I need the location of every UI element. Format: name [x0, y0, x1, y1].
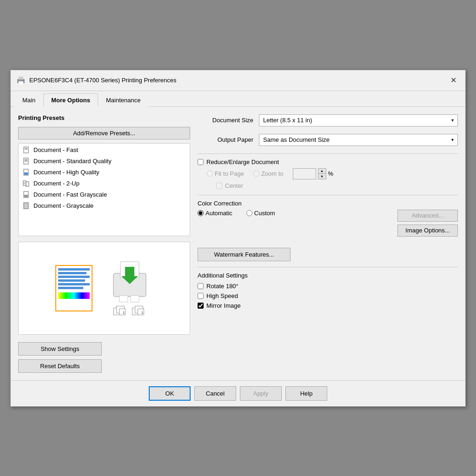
presets-list[interactable]: Document - Fast Document - Standard Qual…	[18, 143, 190, 236]
svg-rect-23	[131, 296, 139, 302]
document-high-icon	[22, 168, 31, 177]
zoom-percent-label: %	[328, 170, 334, 177]
title-bar-left: EPSONE6F3C4 (ET-4700 Series) Printing Pr…	[16, 76, 176, 85]
document-gray-icon	[22, 202, 31, 210]
watermark-features-button[interactable]: Watermark Features...	[198, 248, 291, 261]
high-speed-checkbox[interactable]	[198, 293, 204, 299]
printer-preview: 3 2 1 3 2 1	[106, 259, 153, 317]
list-item[interactable]: Document - High Quality	[20, 167, 189, 178]
document-size-arrow: ▾	[451, 118, 454, 123]
window-title: EPSONE6F3C4 (ET-4700 Series) Printing Pr…	[29, 77, 176, 84]
ok-button[interactable]: OK	[149, 386, 191, 401]
zoom-to-option: Zoom to	[253, 170, 284, 177]
color-correction-buttons: Advanced... Image Options...	[397, 210, 458, 237]
list-item[interactable]: Document - Grayscale	[20, 200, 189, 212]
add-remove-presets-button[interactable]: Add/Remove Presets...	[18, 127, 190, 139]
svg-rect-1	[19, 77, 23, 79]
rotate-label: Rotate 180°	[206, 283, 238, 290]
center-row: Center	[216, 182, 458, 189]
preset-label: Document - 2-Up	[33, 180, 79, 187]
additional-settings-section: Additional Settings Rotate 180° High Spe…	[198, 267, 458, 312]
footer: OK Cancel Apply Help	[11, 380, 465, 406]
document-size-row: Document Size Letter (8.5 x 11 in) ▾	[198, 114, 458, 126]
cancel-button[interactable]: Cancel	[194, 386, 236, 401]
center-label: Center	[225, 182, 243, 189]
preset-label: Document - Fast Grayscale	[33, 191, 107, 198]
svg-rect-22	[119, 296, 128, 302]
color-correction-radios: Automatic Custom	[198, 210, 397, 217]
preset-label: Document - Fast	[33, 146, 78, 153]
tabs-bar: Main More Options Maintenance	[11, 91, 465, 107]
zoom-to-radio[interactable]	[253, 171, 259, 177]
fit-to-page-label: Fit to Page	[215, 170, 244, 177]
apply-button[interactable]: Apply	[240, 386, 282, 401]
printing-presets-title: Printing Presets	[18, 114, 190, 121]
title-bar: EPSONE6F3C4 (ET-4700 Series) Printing Pr…	[11, 70, 465, 91]
reduce-enlarge-section: Reduce/Enlarge Document Fit to Page Zoom…	[198, 153, 458, 189]
high-speed-row: High Speed	[198, 292, 458, 299]
document-fast-icon	[22, 146, 31, 154]
document-standard-icon	[22, 157, 31, 165]
output-paper-label: Output Paper	[198, 136, 253, 143]
help-button[interactable]: Help	[285, 386, 327, 401]
advanced-button[interactable]: Advanced...	[397, 210, 458, 222]
document-size-value: Letter (8.5 x 11 in)	[263, 117, 312, 124]
rotate-checkbox[interactable]	[198, 283, 204, 289]
fit-to-page-option: Fit to Page	[207, 170, 244, 177]
preview-area: 3 2 1 3 2 1	[18, 242, 190, 335]
document-size-dropdown[interactable]: Letter (8.5 x 11 in) ▾	[259, 114, 458, 126]
reduce-enlarge-label: Reduce/Enlarge Document	[206, 159, 279, 165]
color-correction-options: Automatic Custom Advanced... Image Optio…	[198, 210, 458, 237]
printer-title-icon	[16, 76, 26, 85]
rotate-row: Rotate 180°	[198, 283, 458, 290]
mirror-image-row: Mirror Image	[198, 302, 458, 309]
document-2up-icon: 2	[22, 179, 31, 188]
svg-rect-17	[24, 195, 28, 197]
zoom-up-button[interactable]: ▲	[318, 169, 326, 174]
document-size-label: Document Size	[198, 117, 253, 124]
mirror-image-checkbox[interactable]	[198, 303, 204, 309]
preset-label: Document - High Quality	[33, 169, 99, 176]
right-panel: Document Size Letter (8.5 x 11 in) ▾ Out…	[198, 114, 458, 373]
reset-defaults-button[interactable]: Reset Defaults	[18, 359, 102, 373]
custom-radio[interactable]	[246, 210, 252, 216]
show-settings-button[interactable]: Show Settings	[18, 342, 102, 356]
output-paper-value: Same as Document Size	[263, 136, 330, 143]
list-item[interactable]: Document - Fast	[20, 145, 189, 156]
bottom-buttons: Show Settings Reset Defaults	[18, 342, 190, 373]
list-item[interactable]: Document - Fast Grayscale	[20, 189, 189, 200]
svg-text:2: 2	[24, 182, 25, 185]
mirror-image-label: Mirror Image	[206, 302, 241, 309]
document-fast-gray-icon	[22, 191, 31, 199]
preset-label: Document - Standard Quality	[33, 158, 112, 165]
svg-rect-4	[24, 147, 28, 153]
close-button[interactable]: ✕	[447, 74, 460, 87]
output-paper-row: Output Paper Same as Document Size ▾	[198, 134, 458, 146]
zoom-input[interactable]	[293, 168, 316, 179]
fit-to-page-radio[interactable]	[207, 171, 213, 177]
fit-zoom-radio-group: Fit to Page Zoom to ▲ ▼ %	[207, 168, 458, 179]
output-paper-dropdown[interactable]: Same as Document Size ▾	[259, 134, 458, 146]
svg-rect-18	[24, 203, 28, 209]
zoom-down-button[interactable]: ▼	[318, 174, 326, 179]
automatic-label: Automatic	[205, 210, 232, 217]
color-correction-section: Color Correction Automatic Custom Ad	[198, 195, 458, 237]
additional-settings-title: Additional Settings	[198, 272, 458, 279]
tab-maintenance[interactable]: Maintenance	[98, 93, 148, 107]
color-correction-title: Color Correction	[198, 200, 458, 207]
svg-rect-3	[23, 80, 24, 81]
image-options-button[interactable]: Image Options...	[397, 225, 458, 237]
svg-rect-2	[19, 81, 23, 84]
custom-label: Custom	[254, 210, 275, 217]
reduce-enlarge-checkbox[interactable]	[198, 159, 204, 165]
list-item[interactable]: Document - Standard Quality	[20, 156, 189, 167]
list-item[interactable]: 2 Document - 2-Up	[20, 178, 189, 189]
reduce-enlarge-row: Reduce/Enlarge Document	[198, 159, 458, 165]
tab-main[interactable]: Main	[14, 93, 43, 107]
zoom-spinner: ▲ ▼	[318, 168, 326, 179]
automatic-radio[interactable]	[198, 210, 204, 216]
svg-rect-12	[24, 172, 28, 175]
center-checkbox[interactable]	[216, 183, 222, 189]
tab-more-options[interactable]: More Options	[43, 93, 98, 107]
svg-rect-14	[26, 182, 29, 186]
